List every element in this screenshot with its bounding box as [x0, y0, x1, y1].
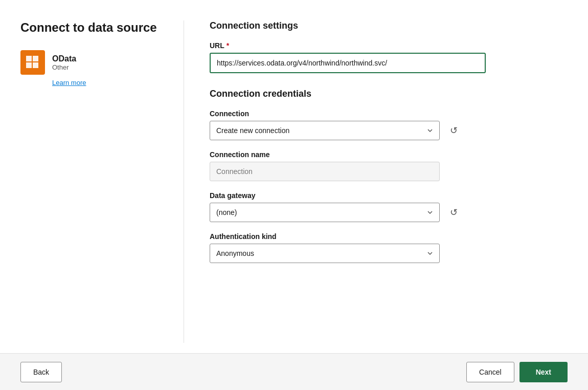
footer: Back Cancel Next	[0, 353, 588, 390]
svg-rect-1	[33, 56, 38, 61]
data-gateway-label: Data gateway	[210, 191, 568, 200]
data-gateway-dropdown[interactable]: (none)	[210, 203, 440, 222]
connector-header: OData Other	[20, 50, 163, 75]
url-label: URL *	[210, 41, 568, 50]
connection-name-input[interactable]	[210, 162, 440, 181]
url-required-star: *	[227, 41, 229, 50]
footer-left: Back	[20, 362, 62, 382]
next-button[interactable]: Next	[519, 362, 568, 382]
connection-field-group: Connection Create new connection ↺	[210, 110, 568, 140]
data-gateway-dropdown-row: (none) ↺	[210, 203, 568, 222]
auth-kind-dropdown-row: Anonymous	[210, 244, 568, 263]
left-panel: Connect to data source OData Other	[20, 20, 184, 343]
url-field-group: URL *	[210, 41, 568, 73]
svg-rect-3	[33, 62, 38, 68]
connection-name-field-group: Connection name	[210, 150, 568, 181]
connector-info: OData Other Learn more	[20, 50, 163, 86]
data-gateway-field-group: Data gateway (none) ↺	[210, 191, 568, 222]
back-button[interactable]: Back	[20, 362, 62, 382]
connector-text: OData Other	[52, 54, 76, 71]
data-gateway-refresh-button[interactable]: ↺	[445, 204, 462, 221]
connection-refresh-button[interactable]: ↺	[445, 122, 462, 139]
learn-more-link[interactable]: Learn more	[52, 79, 163, 86]
connection-name-label: Connection name	[210, 150, 568, 159]
connection-settings-title: Connection settings	[210, 20, 568, 31]
auth-kind-field-group: Authentication kind Anonymous	[210, 232, 568, 263]
connection-settings-section: Connection settings URL *	[210, 20, 568, 73]
auth-kind-dropdown[interactable]: Anonymous	[210, 244, 440, 263]
svg-rect-2	[26, 62, 32, 68]
svg-rect-0	[26, 56, 32, 61]
cancel-button[interactable]: Cancel	[466, 362, 514, 382]
connection-label: Connection	[210, 110, 568, 118]
page-title: Connect to data source	[20, 20, 163, 35]
connector-name: OData	[52, 54, 76, 63]
connection-dropdown-row: Create new connection ↺	[210, 121, 568, 140]
odata-icon	[20, 50, 45, 75]
connector-category: Other	[52, 63, 76, 71]
credentials-title: Connection credentials	[210, 89, 568, 99]
connection-dropdown[interactable]: Create new connection	[210, 121, 440, 140]
url-input[interactable]	[210, 53, 486, 73]
auth-kind-label: Authentication kind	[210, 232, 568, 241]
footer-right: Cancel Next	[466, 362, 568, 382]
credentials-section: Connection credentials Connection Create…	[210, 89, 568, 263]
right-panel: Connection settings URL * Connection cre…	[184, 20, 568, 343]
